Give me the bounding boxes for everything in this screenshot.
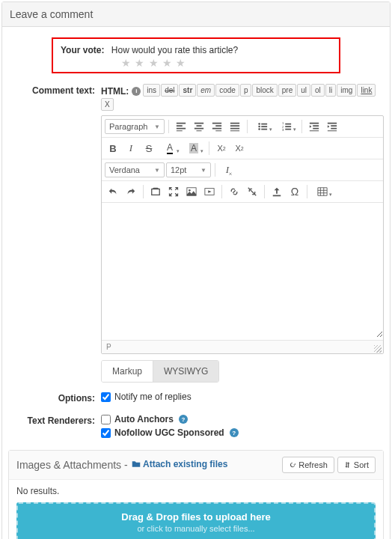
nofollow-label: Nofollow UGC Sponsored (114, 427, 224, 438)
star-icon[interactable]: ★ (176, 57, 186, 69)
dropzone-title: Drag & Drop files to upload here (25, 511, 367, 523)
tag-del[interactable]: del (161, 84, 178, 97)
vote-question: How would you rate this article? (111, 45, 238, 55)
strikethrough-icon[interactable]: S (141, 140, 157, 156)
info-icon[interactable]: i (132, 87, 141, 96)
tag-li[interactable]: li (325, 84, 336, 97)
outdent-icon[interactable] (306, 118, 322, 135)
comment-text-row: Comment text: HTML: i ins del str em cod… (8, 84, 384, 383)
options-row: Options: Notify me of replies (8, 392, 384, 405)
numbered-list-icon[interactable]: 123 (275, 118, 298, 135)
tag-ul[interactable]: ul (297, 84, 310, 97)
refresh-button[interactable]: Refresh (282, 457, 334, 473)
attach-icon[interactable] (147, 183, 164, 200)
tag-link[interactable]: link (357, 84, 376, 97)
tag-x[interactable]: X (101, 98, 114, 111)
star-icon[interactable]: ★ (162, 57, 172, 69)
sort-icon (344, 461, 352, 469)
svg-point-2 (258, 128, 260, 130)
attach-existing-link[interactable]: Attach existing files (132, 459, 227, 469)
tag-str[interactable]: str (179, 84, 196, 97)
svg-rect-6 (152, 189, 160, 195)
indent-icon[interactable] (324, 118, 340, 135)
tag-ins[interactable]: ins (143, 84, 160, 97)
wysiwyg-editor: Paragraph▼ 123 B (101, 115, 384, 354)
editor-mode-tabs: Markup WYSIWYG (101, 360, 219, 383)
toolbar-row-1: Paragraph▼ 123 (102, 116, 383, 138)
table-icon[interactable] (311, 183, 334, 200)
tag-code[interactable]: code (215, 84, 239, 97)
renderers-row: Text Renderers: Auto Anchors ? Nofollow … (8, 414, 384, 441)
special-char-icon[interactable]: Ω (287, 183, 303, 200)
tag-block[interactable]: block (252, 84, 277, 97)
italic-icon[interactable]: I (123, 140, 139, 156)
no-results-text: No results. (16, 486, 376, 496)
editor-status: P (102, 340, 383, 353)
bold-icon[interactable]: B (105, 140, 121, 156)
star-rating[interactable]: ★ ★ ★ ★ ★ (120, 57, 331, 69)
renderers-label: Text Renderers: (8, 414, 101, 426)
link-icon[interactable] (226, 183, 242, 200)
vote-box: Your vote: How would you rate this artic… (52, 37, 340, 73)
tag-img[interactable]: img (337, 84, 356, 97)
tag-em[interactable]: em (197, 84, 215, 97)
attachments-body: No results. Drag & Drop files to upload … (9, 480, 383, 539)
superscript-icon[interactable]: X2 (213, 140, 230, 156)
toolbar-row-4: Ω (102, 181, 383, 203)
star-icon[interactable]: ★ (135, 57, 144, 69)
tag-ol[interactable]: ol (311, 84, 325, 97)
tab-markup[interactable]: Markup (102, 361, 153, 382)
star-icon[interactable]: ★ (149, 57, 159, 69)
tag-p[interactable]: p (240, 84, 252, 97)
refresh-icon (289, 461, 296, 469)
upload-icon[interactable] (269, 183, 285, 200)
image-icon[interactable] (183, 183, 200, 200)
font-select[interactable]: Verdana▼ (105, 162, 165, 177)
attachments-title: Images & Attachments - (16, 459, 128, 471)
tab-wysiwyg[interactable]: WYSIWYG (153, 361, 218, 382)
align-right-icon[interactable] (209, 118, 225, 135)
nofollow-checkbox[interactable] (101, 428, 111, 438)
attachments-panel: Images & Attachments - Attach existing f… (8, 450, 384, 539)
svg-point-0 (258, 123, 260, 125)
html-prefix: HTML: (101, 86, 129, 97)
dropzone[interactable]: Drag & Drop files to upload here or clic… (16, 502, 376, 539)
auto-anchors-option[interactable]: Auto Anchors ? (101, 414, 384, 424)
help-icon[interactable]: ? (230, 428, 239, 437)
tag-pre[interactable]: pre (278, 84, 296, 97)
star-icon[interactable]: ★ (121, 57, 131, 69)
comment-panel: Leave a comment Your vote: How would you… (1, 1, 391, 539)
panel-title: Leave a comment (2, 2, 390, 27)
subscript-icon[interactable]: X2 (231, 140, 248, 156)
align-justify-icon[interactable] (227, 118, 243, 135)
media-icon[interactable] (201, 183, 218, 200)
undo-icon[interactable] (105, 183, 121, 200)
notify-option[interactable]: Notify me of replies (101, 392, 384, 402)
notify-label: Notify me of replies (114, 392, 192, 402)
sort-button[interactable]: Sort (337, 457, 376, 473)
bg-color-icon[interactable]: A (183, 140, 205, 156)
bullet-list-icon[interactable] (251, 118, 274, 135)
editor-textarea[interactable] (102, 203, 383, 338)
folder-icon (132, 460, 141, 469)
clear-format-icon[interactable]: I× (219, 162, 236, 178)
align-left-icon[interactable] (173, 118, 189, 135)
html-tags-bar: HTML: i ins del str em code p block pre … (101, 84, 384, 112)
notify-checkbox[interactable] (101, 392, 111, 402)
svg-point-8 (189, 189, 191, 192)
paragraph-select[interactable]: Paragraph▼ (105, 119, 165, 134)
text-color-icon[interactable]: A (159, 140, 181, 156)
fullscreen-icon[interactable] (165, 183, 182, 200)
size-select[interactable]: 12pt▼ (166, 162, 211, 177)
help-icon[interactable]: ? (179, 415, 188, 424)
comment-text-label: Comment text: (8, 84, 101, 96)
align-center-icon[interactable] (191, 118, 207, 135)
resize-grip-icon[interactable] (374, 345, 382, 353)
attachments-header: Images & Attachments - Attach existing f… (9, 451, 383, 480)
redo-icon[interactable] (123, 183, 139, 200)
unlink-icon[interactable] (244, 183, 260, 200)
options-label: Options: (8, 392, 101, 404)
auto-anchors-checkbox[interactable] (101, 415, 111, 424)
auto-anchors-label: Auto Anchors (114, 414, 174, 424)
nofollow-option[interactable]: Nofollow UGC Sponsored ? (101, 427, 384, 438)
